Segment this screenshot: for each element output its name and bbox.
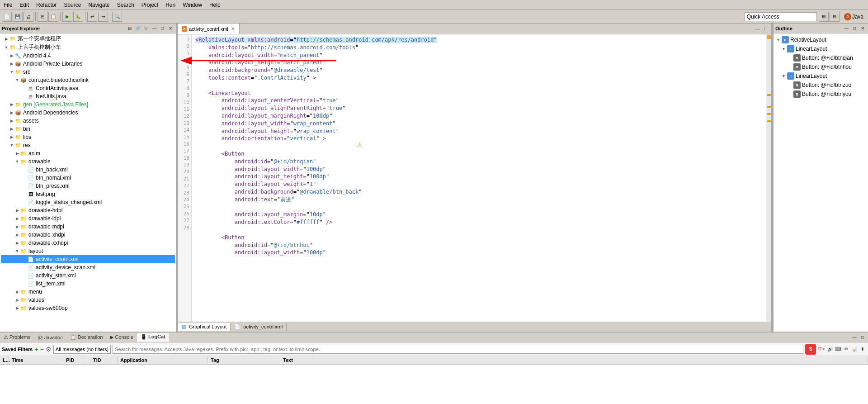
java-perspective[interactable]: J Java [841, 12, 866, 21]
expand-arrow-gen[interactable]: ▶ [9, 102, 14, 107]
filter-remove-btn[interactable]: − [40, 346, 44, 353]
tree-item-netutils-java[interactable]: ☕ NetUtils.java [1, 92, 175, 100]
expand-arrow-libs[interactable]: ▶ [9, 135, 14, 139]
logcat-search-input[interactable] [113, 345, 803, 354]
code-editor[interactable]: <RelativeLayout xmlns:android="http://sc… [192, 34, 766, 322]
outline-item-linearlayout2[interactable]: ▼ L LinearLayout [775, 71, 866, 81]
tree-item-menu[interactable]: ▶ 📁 menu [1, 288, 175, 296]
tab-console[interactable]: ▶ Console [106, 333, 137, 341]
expand-arrow-drawable-hdpi[interactable]: ▶ [14, 208, 20, 213]
menu-edit[interactable]: Edit [16, 1, 33, 9]
tree-item-package[interactable]: ▼ 📦 com.gec.bluetoothcarlink [1, 76, 175, 84]
expand-arrow-drawable-ldpi[interactable]: ▶ [14, 216, 20, 221]
tree-item-layout[interactable]: ▼ 📁 layout [1, 247, 175, 255]
tree-item-private-libs[interactable]: ▶ 📦 Android Private Libraries [1, 60, 175, 68]
bottom-tab-xml[interactable]: 📄 activity_contrl.xml [231, 323, 287, 331]
menu-help[interactable]: Help [206, 1, 224, 9]
outline-item-btnhou[interactable]: B Button: @+id/btnhou [775, 62, 866, 71]
link-editor-icon[interactable]: 🔗 [134, 25, 142, 32]
outline-item-btnzuo[interactable]: B Button: @+id/btnzuo [775, 81, 866, 90]
logcat-icon-2[interactable]: ⌨ [835, 346, 842, 353]
menu-run[interactable]: Run [162, 1, 179, 9]
menu-window[interactable]: Window [179, 1, 206, 9]
expand-arrow-android44[interactable]: ▶ [9, 53, 14, 58]
tree-item-src[interactable]: ▼ 📁 src [1, 68, 175, 76]
project-tree[interactable]: ▶ 📁 第一个安卓批程序 ▼ 📁 上言手机控制小车 ▶ 🔧 Android 4.… [0, 33, 176, 332]
paste-btn[interactable]: 📋 [48, 12, 58, 22]
tree-item-anim[interactable]: ▶ 📁 anim [1, 149, 175, 157]
expand-arrow-package[interactable]: ▼ [14, 78, 20, 82]
filter-add-btn[interactable]: + [34, 346, 38, 353]
panel-menu-icon[interactable]: ▽ [142, 25, 150, 32]
expand-arrow-private-libs[interactable]: ▶ [9, 62, 14, 66]
tab-problems[interactable]: ⚠ Problems [0, 333, 34, 341]
bottom-panel-maximize-icon[interactable]: □ [859, 334, 866, 341]
tree-item-list-item[interactable]: 📄 list_item.xml [1, 280, 175, 288]
expand-arrow-anim[interactable]: ▶ [14, 151, 20, 156]
tree-item-libs[interactable]: ▶ 📁 libs [1, 133, 175, 141]
tree-item-activity-start[interactable]: 📄 activity_start.xml [1, 271, 175, 280]
tree-item-values[interactable]: ▶ 📁 values [1, 296, 175, 304]
editor-minimize-icon[interactable]: — [754, 25, 761, 33]
tree-item-res[interactable]: ▼ 📁 res [1, 141, 175, 149]
tree-item-contrl-java[interactable]: ☕ ContrlActivity.java [1, 84, 175, 92]
expand-arrow-drawable-xhdpi[interactable]: ▶ [14, 233, 20, 237]
tab-logcat[interactable]: 📱 LogCat [137, 333, 169, 342]
tree-item-btn-press[interactable]: 📄 btn_press.xml [1, 182, 175, 190]
tree-item-toggle[interactable]: 📄 toggle_status_changed.xml [1, 198, 175, 206]
close-panel-icon[interactable]: ✕ [167, 25, 174, 32]
outline-tree[interactable]: ▼ R RelativeLayout ▼ L LinearLayout B Bu… [774, 33, 868, 332]
minimize-panel-icon[interactable]: — [151, 25, 158, 32]
logcat-icon-3[interactable]: ✉ [843, 346, 850, 353]
filter-settings-btn[interactable]: ⚙ [46, 346, 52, 353]
bottom-panel-minimize-icon[interactable]: — [851, 334, 858, 341]
expand-arrow-menu[interactable]: ▶ [14, 290, 20, 294]
perspective-btn[interactable]: ⊞ [819, 12, 829, 22]
outline-item-btnqian[interactable]: B Button: @+id/btnqian [775, 53, 866, 62]
search-toolbar-btn[interactable]: 🔍 [112, 12, 122, 22]
tree-item-values-sw600dp[interactable]: ▶ 📁 values-sw600dp [1, 304, 175, 312]
logcat-icon-5[interactable]: ⬇ [859, 346, 866, 353]
run-btn[interactable]: ▶ [62, 12, 72, 22]
tree-item-bin[interactable]: ▶ 📁 bin [1, 125, 175, 133]
redo-btn[interactable]: ↪ [98, 12, 108, 22]
collapse-all-icon[interactable]: ⊟ [126, 25, 133, 32]
expand-arrow-values[interactable]: ▶ [14, 298, 20, 302]
logcat-icon-4[interactable]: 📊 [851, 346, 858, 353]
expand-arrow-project2[interactable]: ▼ [4, 45, 9, 50]
outline-maximize-icon[interactable]: □ [851, 25, 858, 32]
maximize-panel-icon[interactable]: □ [159, 25, 166, 32]
tree-item-btn-back[interactable]: 📄 btn_back.xml [1, 166, 175, 174]
menu-file[interactable]: File [0, 1, 16, 9]
outline-item-btnyou[interactable]: B Button: @+id/btnyou [775, 90, 866, 99]
tree-item-assets[interactable]: ▶ 📁 assets [1, 117, 175, 125]
expand-arrow-android-deps[interactable]: ▶ [9, 110, 14, 115]
tree-item-activity-device[interactable]: 📄 activity_device_scan.xml [1, 263, 175, 271]
tree-item-btn-nomal[interactable]: 📄 btn_nomal.xml [1, 174, 175, 182]
all-messages-filter[interactable]: All messages (no filters) [53, 345, 111, 354]
outline-close-icon[interactable]: ✕ [859, 25, 866, 32]
editor-maximize-icon[interactable]: □ [762, 25, 769, 33]
menu-refactor[interactable]: Refactor [33, 1, 60, 9]
editor-tab-close-btn[interactable]: ✕ [230, 26, 236, 32]
expand-arrow-layout[interactable]: ▼ [14, 249, 20, 253]
logcat-icon-1[interactable]: 🔊 [826, 346, 834, 353]
expand-arrow-drawable-xxhdpi[interactable]: ▶ [14, 241, 20, 245]
debug-btn[interactable]: 🐛 [73, 12, 83, 22]
copy-btn[interactable]: ⎘ [38, 12, 47, 22]
tree-item-android44[interactable]: ▶ 🔧 Android 4.4 [1, 52, 175, 60]
tree-item-drawable-xhdpi[interactable]: ▶ 📁 drawable-xhdpi [1, 231, 175, 239]
tree-item-test-png[interactable]: 🖼 test.png [1, 190, 175, 198]
expand-arrow-drawable-mdpi[interactable]: ▶ [14, 224, 20, 229]
undo-btn[interactable]: ↩ [87, 12, 97, 22]
tree-item-project2[interactable]: ▼ 📁 上言手机控制小车 [1, 43, 175, 52]
tree-item-drawable[interactable]: ▼ 📁 drawable [1, 157, 175, 166]
editor-tab-activity-contrl[interactable]: X activity_contrl.xml ✕ [178, 24, 240, 34]
outline-item-relativelayout[interactable]: ▼ R RelativeLayout [775, 35, 866, 44]
expand-arrow-src[interactable]: ▼ [9, 70, 14, 74]
tab-declaration[interactable]: 📋 Declaration [66, 333, 107, 341]
outline-item-linearlayout1[interactable]: ▼ L LinearLayout [775, 44, 866, 53]
menu-navigate[interactable]: Navigate [85, 1, 113, 9]
menu-source[interactable]: Source [60, 1, 85, 9]
save-btn[interactable]: 💾 [13, 12, 23, 22]
